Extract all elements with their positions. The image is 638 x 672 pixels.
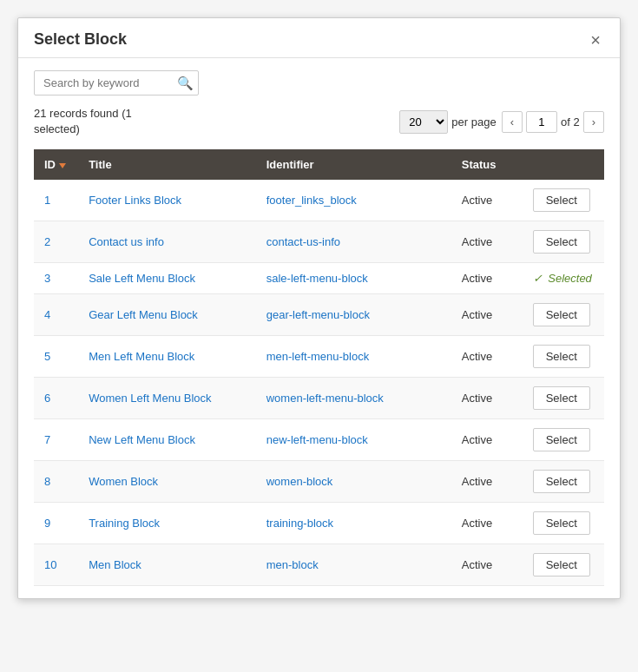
cell-identifier: sale-left-menu-block bbox=[256, 263, 451, 294]
cell-status: Active bbox=[451, 378, 523, 419]
id-link[interactable]: 2 bbox=[44, 235, 50, 248]
id-link[interactable]: 8 bbox=[44, 475, 50, 488]
modal-title: Select Block bbox=[34, 30, 127, 49]
col-header-id: ID bbox=[34, 149, 78, 180]
cell-title: Men Block bbox=[78, 544, 256, 586]
cell-title: Gear Left Menu Block bbox=[78, 294, 256, 336]
select-button[interactable]: Select bbox=[533, 188, 590, 212]
identifier-link[interactable]: men-left-menu-block bbox=[266, 350, 370, 363]
cell-id: 7 bbox=[34, 419, 78, 461]
select-button[interactable]: Select bbox=[533, 553, 590, 576]
identifier-link[interactable]: women-block bbox=[266, 475, 333, 488]
pagination-row: 21 records found (1selected) 20 30 50 10… bbox=[34, 106, 604, 137]
cell-action: Select bbox=[523, 336, 604, 378]
cell-identifier: contact-us-info bbox=[256, 221, 451, 263]
title-link[interactable]: Women Left Menu Block bbox=[89, 392, 211, 405]
id-link[interactable]: 1 bbox=[44, 194, 50, 207]
cell-title: Sale Left Menu Block bbox=[78, 263, 256, 294]
close-button[interactable]: × bbox=[587, 31, 604, 49]
select-button[interactable]: Select bbox=[533, 470, 590, 493]
col-header-title: Title bbox=[78, 149, 256, 180]
identifier-link[interactable]: footer_links_block bbox=[266, 194, 357, 207]
identifier-link[interactable]: new-left-menu-block bbox=[266, 433, 368, 446]
select-button[interactable]: Select bbox=[533, 230, 590, 254]
search-icon-button[interactable]: 🔍 bbox=[177, 76, 194, 91]
cell-title: Contact us info bbox=[78, 221, 256, 263]
select-button[interactable]: Select bbox=[533, 303, 590, 326]
cell-identifier: gear-left-menu-block bbox=[256, 294, 451, 336]
identifier-link[interactable]: sale-left-menu-block bbox=[266, 272, 368, 285]
identifier-link[interactable]: women-left-menu-block bbox=[266, 392, 384, 405]
id-link[interactable]: 9 bbox=[44, 517, 50, 530]
select-button[interactable]: Select bbox=[533, 511, 590, 535]
search-input[interactable] bbox=[34, 70, 199, 96]
cell-id: 6 bbox=[34, 378, 78, 419]
id-link[interactable]: 6 bbox=[44, 392, 50, 405]
total-pages-label: of 2 bbox=[561, 115, 580, 128]
cell-status: Active bbox=[451, 263, 523, 294]
cell-id: 8 bbox=[34, 461, 78, 503]
status-badge: Active bbox=[462, 558, 492, 571]
blocks-table: ID Title Identifier Status 1Footer Links… bbox=[34, 149, 604, 586]
status-badge: Active bbox=[462, 272, 492, 285]
cell-id: 9 bbox=[34, 503, 78, 544]
table-row: 9Training Blocktraining-blockActiveSelec… bbox=[34, 503, 604, 544]
identifier-link[interactable]: gear-left-menu-block bbox=[266, 308, 370, 321]
title-link[interactable]: Women Block bbox=[89, 475, 158, 488]
cell-identifier: men-left-menu-block bbox=[256, 336, 451, 378]
next-page-button[interactable]: › bbox=[583, 111, 604, 133]
sort-icon bbox=[59, 163, 66, 168]
cell-action: ✓ Selected bbox=[523, 263, 604, 294]
title-link[interactable]: Sale Left Menu Block bbox=[89, 272, 195, 285]
cell-status: Active bbox=[451, 419, 523, 461]
select-button[interactable]: Select bbox=[533, 386, 590, 410]
cell-action: Select bbox=[523, 544, 604, 586]
status-badge: Active bbox=[462, 235, 492, 248]
cell-identifier: women-block bbox=[256, 461, 451, 503]
cell-title: Women Block bbox=[78, 461, 256, 503]
per-page-dropdown[interactable]: 20 30 50 100 bbox=[399, 110, 448, 134]
cell-status: Active bbox=[451, 544, 523, 586]
prev-page-button[interactable]: ‹ bbox=[502, 111, 523, 133]
cell-id: 1 bbox=[34, 180, 78, 221]
title-link[interactable]: Men Left Menu Block bbox=[89, 350, 194, 363]
table-body: 1Footer Links Blockfooter_links_blockAct… bbox=[34, 180, 604, 586]
status-badge: Active bbox=[462, 517, 492, 530]
identifier-link[interactable]: men-block bbox=[266, 558, 319, 571]
records-info: 21 records found (1selected) bbox=[34, 106, 132, 137]
table-row: 4Gear Left Menu Blockgear-left-menu-bloc… bbox=[34, 294, 604, 336]
id-link[interactable]: 10 bbox=[44, 558, 56, 571]
select-button[interactable]: Select bbox=[533, 345, 590, 368]
identifier-link[interactable]: contact-us-info bbox=[266, 235, 340, 248]
title-link[interactable]: Men Block bbox=[89, 558, 141, 571]
per-page-select: 20 30 50 100 per page bbox=[399, 110, 496, 134]
title-link[interactable]: Footer Links Block bbox=[89, 194, 181, 207]
cell-action: Select bbox=[523, 378, 604, 419]
modal-body: 🔍 21 records found (1selected) 20 30 50 … bbox=[18, 58, 620, 598]
col-header-action bbox=[523, 149, 604, 180]
title-link[interactable]: Contact us info bbox=[89, 235, 164, 248]
id-link[interactable]: 3 bbox=[44, 272, 50, 285]
check-icon: ✓ bbox=[533, 272, 543, 285]
status-badge: Active bbox=[462, 392, 492, 405]
select-block-modal: Select Block × 🔍 21 records found (1sele… bbox=[17, 17, 621, 599]
title-link[interactable]: Gear Left Menu Block bbox=[89, 308, 198, 321]
id-link[interactable]: 7 bbox=[44, 433, 50, 446]
table-row: 5Men Left Menu Blockmen-left-menu-blockA… bbox=[34, 336, 604, 378]
table-row: 10Men Blockmen-blockActiveSelect bbox=[34, 544, 604, 586]
search-row: 🔍 bbox=[34, 70, 604, 96]
cell-title: Training Block bbox=[78, 503, 256, 544]
title-link[interactable]: Training Block bbox=[89, 517, 160, 530]
id-link[interactable]: 4 bbox=[44, 308, 50, 321]
page-input[interactable] bbox=[526, 111, 557, 133]
per-page-label: per page bbox=[451, 115, 496, 128]
table-row: 1Footer Links Blockfooter_links_blockAct… bbox=[34, 180, 604, 221]
id-link[interactable]: 5 bbox=[44, 350, 50, 363]
title-link[interactable]: New Left Menu Block bbox=[89, 433, 195, 446]
modal-header: Select Block × bbox=[18, 18, 620, 58]
select-button[interactable]: Select bbox=[533, 428, 590, 451]
cell-status: Active bbox=[451, 180, 523, 221]
cell-id: 5 bbox=[34, 336, 78, 378]
identifier-link[interactable]: training-block bbox=[266, 517, 333, 530]
cell-status: Active bbox=[451, 221, 523, 263]
